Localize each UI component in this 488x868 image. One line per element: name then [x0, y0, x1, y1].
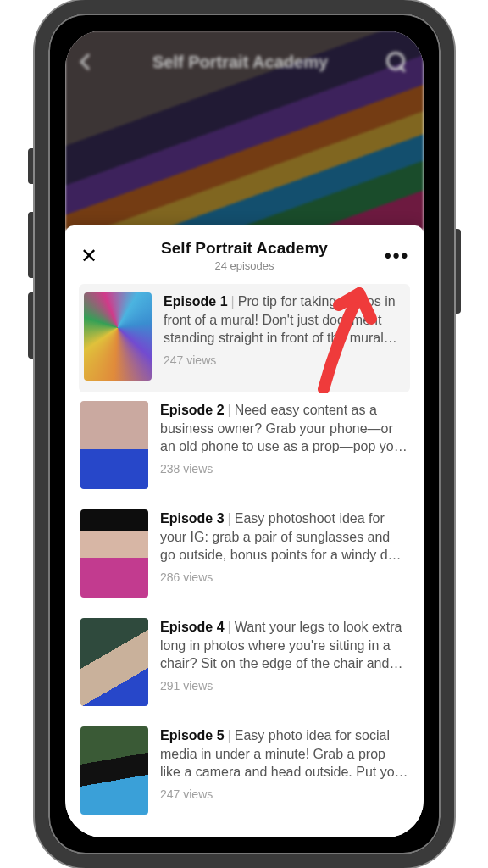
episode-row[interactable]: Episode 4|Want your legs to look extra l…: [79, 609, 410, 718]
sheet-header: ✕ Self Portrait Academy 24 episodes •••: [65, 225, 424, 282]
search-icon[interactable]: [386, 52, 407, 72]
hero-nav-bar: Self Portrait Academy: [65, 42, 424, 81]
episode-row[interactable]: Episode 1|Pro tip for taking photos in f…: [79, 284, 410, 392]
episode-label: Episode 3: [160, 511, 225, 526]
sheet-title: Self Portrait Academy: [104, 239, 385, 258]
episode-thumbnail: [80, 509, 148, 598]
phone-screen: Self Portrait Academy ✕ Self Portrait Ac…: [65, 31, 424, 837]
episode-row[interactable]: Episode 5|Easy photo idea for social med…: [79, 718, 410, 826]
hero-title: Self Portrait Academy: [94, 53, 386, 72]
episode-views: 291 views: [160, 678, 408, 694]
close-button[interactable]: ✕: [80, 244, 104, 268]
episode-views: 238 views: [160, 461, 408, 477]
episode-views: 247 views: [160, 787, 408, 803]
episode-thumbnail: [80, 726, 148, 815]
sheet-subtitle: 24 episodes: [104, 259, 385, 272]
episode-text: Episode 1|Pro tip for taking photos in f…: [164, 292, 405, 381]
episode-text: Episode 3|Easy photoshoot idea for your …: [160, 509, 408, 598]
more-options-button[interactable]: •••: [385, 245, 408, 267]
episode-row[interactable]: Episode 3|Easy photoshoot idea for your …: [79, 501, 410, 609]
playlist-hero: Self Portrait Academy: [65, 31, 424, 230]
episode-list[interactable]: Episode 1|Pro tip for taking photos in f…: [65, 282, 424, 837]
episode-label: Episode 5: [160, 728, 225, 743]
phone-shell: Self Portrait Academy ✕ Self Portrait Ac…: [35, 0, 454, 868]
episode-label: Episode 4: [160, 620, 225, 634]
episode-label: Episode 1: [164, 294, 228, 309]
episode-views: 247 views: [164, 353, 405, 369]
episode-views: 286 views: [160, 570, 408, 586]
episode-thumbnail: [80, 401, 148, 489]
playlist-sheet: ✕ Self Portrait Academy 24 episodes ••• …: [65, 225, 424, 837]
episode-row[interactable]: Episode 2|Need easy content as a busines…: [79, 392, 410, 501]
episode-text: Episode 5|Easy photo idea for social med…: [160, 726, 408, 815]
sheet-title-wrap: Self Portrait Academy 24 episodes: [104, 239, 385, 272]
episode-thumbnail: [80, 618, 148, 706]
episode-text: Episode 4|Want your legs to look extra l…: [160, 618, 408, 706]
phone-frame: Self Portrait Academy ✕ Self Portrait Ac…: [35, 0, 454, 868]
episode-label: Episode 2: [160, 403, 225, 417]
episode-text: Episode 2|Need easy content as a busines…: [160, 401, 408, 489]
episode-thumbnail: [84, 292, 152, 381]
